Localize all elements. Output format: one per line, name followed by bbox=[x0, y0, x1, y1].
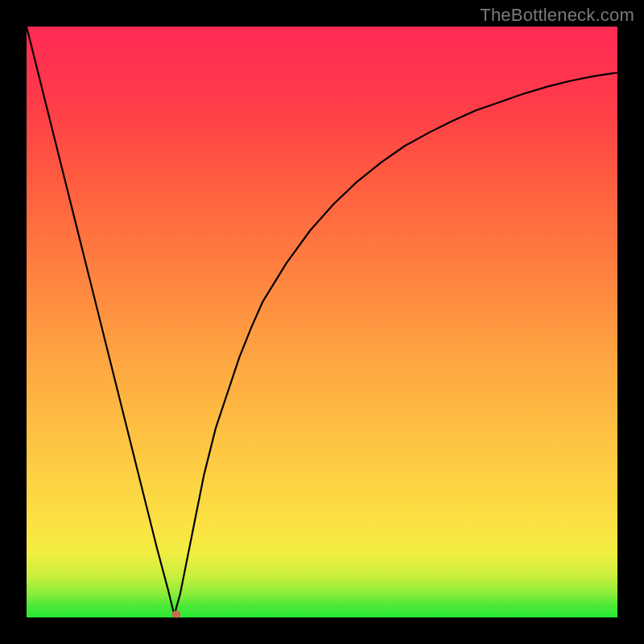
canvas: TheBottleneck.com bbox=[0, 0, 644, 644]
curve-svg bbox=[27, 27, 617, 617]
bottleneck-curve bbox=[27, 27, 617, 615]
plot-area bbox=[27, 27, 617, 617]
watermark-text: TheBottleneck.com bbox=[480, 5, 634, 26]
minimum-marker bbox=[172, 610, 181, 617]
